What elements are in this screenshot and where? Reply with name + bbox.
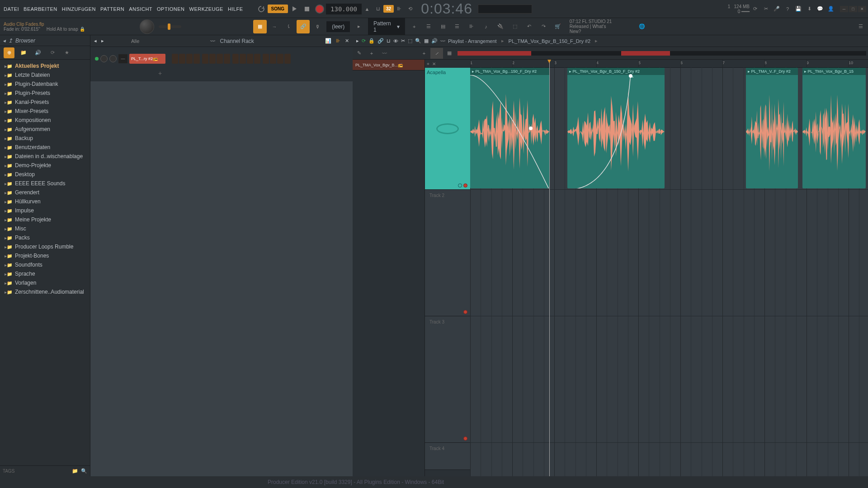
- next-button[interactable]: →: [268, 20, 281, 33]
- step-button[interactable]: [202, 54, 208, 64]
- browser-item[interactable]: ▸📁Letzte Dateien: [0, 70, 90, 80]
- pl-snap-icon[interactable]: ▦: [424, 38, 429, 44]
- menu-optionen[interactable]: OPTIONEN: [155, 5, 186, 14]
- pl-zoom-icon[interactable]: 🔍: [415, 38, 421, 44]
- clip-header[interactable]: ▸ PL_TMA_V..F_Dry #2: [746, 68, 798, 75]
- browser-item[interactable]: ▸📁Meine Projekte: [0, 215, 90, 224]
- browser-item[interactable]: ▸📁Aktuelles Projekt: [0, 61, 90, 70]
- link-icon[interactable]: 🔗: [297, 20, 310, 33]
- step-button[interactable]: [172, 54, 178, 64]
- browser-item[interactable]: ▸📁Backup: [0, 134, 90, 143]
- menu-hinzufügen[interactable]: HINZUFüGEN: [60, 5, 98, 14]
- browser-item[interactable]: ▸📁Demo-Projekte: [0, 161, 90, 170]
- time-display[interactable]: 0:03:46: [421, 0, 472, 17]
- step-button[interactable]: [284, 54, 291, 64]
- pl-magnet-icon[interactable]: ⊔: [387, 38, 391, 44]
- pl-tool-draw[interactable]: ✎: [353, 48, 365, 59]
- step-button[interactable]: [254, 54, 260, 64]
- cr-filter[interactable]: Alle: [131, 38, 139, 44]
- snap-setting[interactable]: 32: [383, 5, 394, 13]
- pl-automation-icon[interactable]: ⟋: [430, 48, 443, 59]
- cr-step-icon[interactable]: ⊪: [336, 38, 340, 44]
- pattern-button[interactable]: ▦: [253, 20, 267, 33]
- browser-tab-sound[interactable]: 🔊: [33, 47, 43, 58]
- clip-header[interactable]: ▸ PL_TMA_Vox_Bg...150_F_Dry #2: [470, 68, 549, 75]
- stop-button[interactable]: [301, 3, 313, 15]
- pl-lock-icon[interactable]: 🔒: [368, 38, 375, 44]
- browser-item[interactable]: ▸📁Gerendert: [0, 188, 90, 197]
- pattern-empty[interactable]: (leer): [326, 21, 350, 32]
- browser-item[interactable]: ▸📁Kanal-Presets: [0, 98, 90, 107]
- add-pattern-icon[interactable]: +: [407, 20, 421, 33]
- browser-item[interactable]: ▸📁Desktop: [0, 170, 90, 179]
- pl-grid-icon[interactable]: ▦: [443, 48, 456, 59]
- audio-clip[interactable]: ▸ PL_TMA_V..F_Dry #2: [746, 68, 798, 188]
- menu-werkzeuge[interactable]: WERKZEUGE: [188, 5, 225, 14]
- step-icon[interactable]: ⊪: [394, 4, 405, 14]
- plugin-icon[interactable]: 🔌: [494, 20, 507, 33]
- browser-item[interactable]: ▸📁Mixer-Presets: [0, 107, 90, 116]
- master-volume-knob[interactable]: [140, 19, 154, 34]
- play2-icon[interactable]: ▸: [352, 20, 366, 33]
- browser-item[interactable]: ▸📁Plugin-Presets: [0, 89, 90, 98]
- add-channel-button[interactable]: +: [95, 70, 348, 77]
- timeline-scrollbar[interactable]: [458, 51, 866, 56]
- rec-dot[interactable]: [463, 310, 467, 314]
- pianoroll-icon[interactable]: ▤: [436, 20, 450, 33]
- channelrack-icon[interactable]: ☰: [451, 20, 464, 33]
- pl-tool-wave[interactable]: 〰: [378, 48, 391, 59]
- browser-item[interactable]: ▸📁Kompositionen: [0, 116, 90, 125]
- step-button[interactable]: [193, 54, 200, 64]
- sync-icon[interactable]: ⟳: [750, 4, 760, 14]
- pl-sel-icon[interactable]: ⬚: [408, 38, 412, 44]
- step-button[interactable]: [179, 54, 185, 64]
- maximize-button[interactable]: □: [849, 6, 857, 12]
- track-header-4[interactable]: Track 4: [425, 443, 470, 470]
- browser-item[interactable]: ▸📁Packs: [0, 233, 90, 242]
- browser-tab-folder[interactable]: 📁: [18, 47, 29, 58]
- audio-clip[interactable]: ▸ PL_TMA_Vox_Bg...150_F_Dry #2: [470, 68, 549, 188]
- undo-icon[interactable]: ↶: [522, 20, 536, 33]
- step-button[interactable]: [277, 54, 283, 64]
- mic-icon[interactable]: 🎤: [771, 4, 782, 14]
- cr-graph-icon[interactable]: 📊: [325, 38, 331, 44]
- rec-dot[interactable]: [463, 436, 467, 441]
- browser-item[interactable]: ▸📁Vorlagen: [0, 278, 90, 287]
- menu-icon[interactable]: ☰: [854, 20, 868, 33]
- user-icon[interactable]: 👤: [826, 4, 836, 14]
- tools-icon[interactable]: ✂: [760, 4, 771, 14]
- channel-led[interactable]: [95, 57, 99, 61]
- pl-sync-icon[interactable]: ⟳: [362, 38, 366, 44]
- cr-wave-icon[interactable]: 〰: [210, 38, 215, 44]
- menu-bearbeiten[interactable]: BEARBEITEN: [22, 5, 59, 14]
- browser-item[interactable]: ▸📁Dateien in d..wischenablage: [0, 152, 90, 161]
- browser-item[interactable]: ▸📁Sprache: [0, 269, 90, 278]
- browser-item[interactable]: ▸📁Soundfonts: [0, 260, 90, 269]
- menu-hilfe[interactable]: HILFE: [226, 5, 245, 14]
- tempo-display[interactable]: 130.000: [326, 4, 362, 14]
- browser-item[interactable]: ▸📁Zerschnittene..Audiomaterial: [0, 287, 90, 296]
- browser-item[interactable]: ▸📁Aufgenommen: [0, 125, 90, 134]
- record-button[interactable]: [313, 3, 326, 15]
- play-button[interactable]: [288, 3, 301, 15]
- step-button[interactable]: [209, 54, 216, 64]
- playlist-icon[interactable]: ☰: [422, 20, 435, 33]
- step-button[interactable]: [232, 54, 239, 64]
- browser-item[interactable]: ▸📁Producer Loops Rumble: [0, 242, 90, 251]
- channel-number[interactable]: —: [118, 54, 127, 63]
- globe-icon[interactable]: 🌐: [637, 21, 647, 32]
- channel-name[interactable]: PL_T...ry #2 📻: [129, 54, 165, 64]
- picker-icon[interactable]: ⬚: [508, 20, 522, 33]
- pattern-selector[interactable]: Pattern 1▾: [368, 18, 405, 35]
- channel-row[interactable]: — PL_T...ry #2 📻: [95, 52, 348, 66]
- mute-dot[interactable]: [458, 183, 462, 188]
- step-button[interactable]: [247, 54, 253, 64]
- mixer-icon[interactable]: ⊪: [465, 20, 478, 33]
- step-button[interactable]: [263, 54, 269, 64]
- search-icon[interactable]: 🔍: [81, 468, 87, 474]
- folder-foot-icon[interactable]: 📁: [72, 468, 78, 474]
- track-close-icon[interactable]: ✕: [432, 61, 436, 66]
- pl-wave-icon[interactable]: 〰: [440, 38, 445, 44]
- master-pitch-slider[interactable]: [159, 25, 181, 28]
- audio-clip[interactable]: ▸ PL_TMA_Vox_Bgv_B_15: [802, 68, 866, 188]
